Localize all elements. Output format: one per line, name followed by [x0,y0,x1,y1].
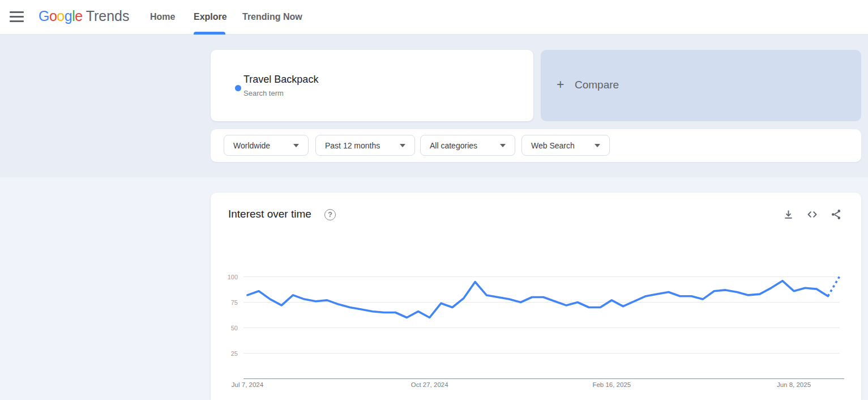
trend-chart-svg [211,193,861,400]
search-term-title: Travel Backpack [243,74,318,86]
chevron-down-icon [400,144,405,147]
active-tab-indicator [194,32,225,35]
nav-tab-trending-now[interactable]: Trending Now [242,0,302,34]
chevron-down-icon [293,144,299,147]
geo-filter-value: Worldwide [233,141,270,150]
nav-tab-explore[interactable]: Explore [194,0,227,34]
logo-letter: G [39,8,49,24]
series-color-dot [235,85,241,91]
search-term-card[interactable]: Travel Backpack Search term [211,50,533,121]
logo-letter: e [75,8,82,24]
nav-tab-home[interactable]: Home [150,0,175,34]
hamburger-menu-icon[interactable] [10,11,24,23]
chevron-down-icon [500,144,506,147]
filters-bar: Worldwide Past 12 months All categories … [211,129,861,162]
y-tick-label: 25 [214,350,238,357]
y-tick-label: 50 [214,325,238,331]
y-tick-label: 100 [214,274,238,280]
geo-filter-dropdown[interactable]: Worldwide [224,135,309,156]
interest-over-time-chart[interactable]: 100755025Jul 7, 2024Oct 27, 2024Feb 16, … [211,193,861,400]
trend-line-partial-data [828,277,839,296]
compare-label: Compare [575,79,619,91]
time-range-value: Past 12 months [325,141,380,150]
google-trends-explore-page: GoogleTrends Home Explore Trending Now T… [0,0,868,400]
search-type-value: Web Search [531,141,575,150]
interest-over-time-card: Interest over time ? 100755025Jul 7, 202… [211,193,861,400]
x-tick-label: Jul 7, 2024 [232,381,263,388]
x-tick-label: Feb 16, 2025 [592,381,631,388]
category-filter-dropdown[interactable]: All categories [420,135,515,156]
google-trends-logo[interactable]: GoogleTrends [39,8,130,24]
logo-letter: o [57,8,64,24]
search-type-filter-dropdown[interactable]: Web Search [521,135,610,156]
chevron-down-icon [595,144,600,147]
logo-letter: o [49,8,57,24]
plus-icon: + [557,78,564,91]
category-value: All categories [430,141,477,150]
add-comparison-button[interactable]: + Compare [541,50,861,121]
logo-product-name: Trends [86,8,130,24]
trend-line [247,281,828,318]
time-range-filter-dropdown[interactable]: Past 12 months [315,135,415,156]
x-tick-label: Jun 8, 2025 [777,381,811,388]
logo-letter: g [65,8,72,24]
x-tick-label: Oct 27, 2024 [411,381,448,388]
y-tick-label: 75 [214,299,238,306]
search-term-subtitle: Search term [243,89,284,97]
top-app-bar: GoogleTrends Home Explore Trending Now [0,0,868,35]
